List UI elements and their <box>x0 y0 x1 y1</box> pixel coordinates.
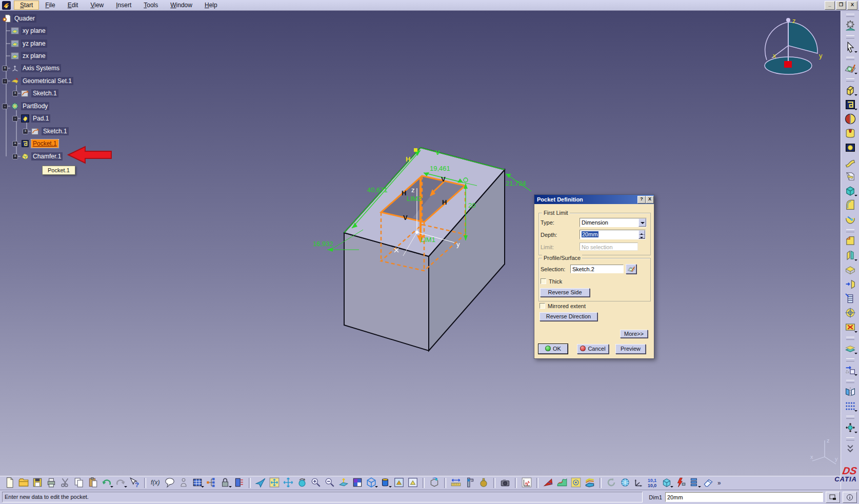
relations-button[interactable] <box>205 476 218 490</box>
depth-spinner[interactable] <box>638 230 645 239</box>
draft-analysis-button[interactable] <box>542 476 555 490</box>
menu-edit[interactable]: Edit <box>62 1 85 10</box>
toolbar-grip[interactable] <box>846 14 854 17</box>
tree-item-sketch-1[interactable]: +Sketch.1 <box>0 126 138 136</box>
tree-item-pocket-1[interactable]: +Pocket.1 <box>0 138 138 149</box>
rotate-3d-button[interactable] <box>618 476 632 490</box>
groove-button[interactable] <box>843 127 857 141</box>
formula-button[interactable]: f(x) <box>149 476 163 490</box>
toolbar-grip[interactable] <box>846 35 854 38</box>
swap-visible-space-button[interactable] <box>406 476 419 490</box>
split-button[interactable] <box>843 342 857 356</box>
isometric-view-button[interactable] <box>365 476 378 490</box>
expand-icon[interactable]: + <box>12 141 18 147</box>
toolbar-grip[interactable] <box>846 416 854 419</box>
sketch-selector-button[interactable] <box>626 264 636 274</box>
type-dropdown[interactable]: Dimension <box>580 218 647 227</box>
dialog-help-button[interactable]: ? <box>637 196 646 204</box>
type-dropdown-arrow-icon[interactable] <box>638 218 646 227</box>
tree-item-axis-systems[interactable]: +Axis Systems <box>0 63 138 73</box>
tree-item-label[interactable]: Chamfer.1 <box>31 152 63 160</box>
fit-all-in-button[interactable] <box>268 476 281 490</box>
collapse-icon[interactable]: - <box>12 116 18 122</box>
snap-grid-button[interactable]: 10,110,0 <box>646 476 660 490</box>
cancel-button[interactable]: Cancel <box>577 344 609 354</box>
status-resize-button[interactable] <box>826 492 840 503</box>
thick-checkbox[interactable] <box>541 278 546 284</box>
doc-info-button[interactable] <box>843 492 857 503</box>
toolbar-grip[interactable] <box>846 337 854 340</box>
draft-angle-button[interactable] <box>843 249 857 263</box>
dim-input[interactable] <box>665 492 823 502</box>
depth-input[interactable]: 20mm <box>580 230 646 239</box>
tree-item-label[interactable]: yz plane <box>21 39 47 48</box>
selection-input[interactable]: Sketch.2 <box>570 265 624 273</box>
tree-item-yz-plane[interactable]: yz plane <box>0 38 138 49</box>
thickness-button[interactable] <box>843 277 857 292</box>
hide-show-button[interactable] <box>392 476 406 490</box>
rib-button[interactable] <box>843 155 857 170</box>
fly-mode-button[interactable] <box>254 476 267 490</box>
catalog-button[interactable] <box>674 476 687 490</box>
hole-button[interactable] <box>843 141 857 155</box>
expand-icon[interactable]: + <box>23 129 28 134</box>
minimize-icon[interactable]: _ <box>825 1 835 10</box>
surface-analysis-button[interactable] <box>555 476 569 490</box>
histogram-button[interactable] <box>520 476 533 490</box>
new-file-button[interactable] <box>3 476 16 490</box>
whats-this-button[interactable]: ? <box>128 476 141 490</box>
dialog-titlebar[interactable]: Pocket Definition <box>534 195 654 204</box>
curvature-analysis-button[interactable] <box>569 476 583 490</box>
tree-item-label[interactable]: Sketch.1 <box>31 89 58 97</box>
remove-face-button[interactable] <box>843 320 857 335</box>
copy-button[interactable] <box>72 476 86 490</box>
sketcher-button[interactable] <box>843 62 857 76</box>
rotate-view-button[interactable] <box>295 476 309 490</box>
select-button[interactable] <box>843 41 857 55</box>
zoom-out-button[interactable] <box>323 476 336 490</box>
multi-view-button[interactable] <box>351 476 364 490</box>
redo-button[interactable] <box>114 476 127 490</box>
tree-item-label[interactable]: PartBody <box>21 102 49 110</box>
menu-view[interactable]: View <box>84 1 110 10</box>
eraser-button[interactable] <box>702 476 715 490</box>
parameters-button[interactable] <box>177 476 190 490</box>
tree-item-label[interactable]: Pad.1 <box>31 114 50 123</box>
toolbar-more-button[interactable] <box>843 442 857 457</box>
menu-file[interactable]: File <box>39 1 61 10</box>
close-icon[interactable]: X <box>847 1 857 10</box>
zoom-in-button[interactable] <box>309 476 323 490</box>
ok-button[interactable]: OK <box>538 344 568 354</box>
toolbar-grip[interactable] <box>846 78 854 82</box>
part-design-workbench-button[interactable] <box>843 19 857 33</box>
measure-item-button[interactable] <box>463 476 476 490</box>
tree-item-label[interactable]: zx plane <box>21 52 47 60</box>
undo-button[interactable] <box>100 476 113 490</box>
open-file-button[interactable] <box>17 476 30 490</box>
paste-button[interactable] <box>86 476 99 490</box>
pan-button[interactable] <box>282 476 295 490</box>
print-button[interactable] <box>45 476 58 490</box>
tree-item-chamfer-1[interactable]: +Chamfer.1 <box>0 151 138 162</box>
menu-tools[interactable]: Tools <box>137 1 164 10</box>
chamfer-button[interactable] <box>843 234 857 249</box>
tree-item-zx-plane[interactable]: zx plane <box>0 51 138 61</box>
tree-item-label[interactable]: Axis Systems <box>21 64 61 72</box>
tree-item-label[interactable]: xy plane <box>21 27 47 35</box>
toolbar-grip[interactable] <box>846 437 854 440</box>
toolbar-grip[interactable] <box>846 57 854 60</box>
tree-item-label[interactable]: Sketch.1 <box>42 127 69 135</box>
tree-item-geometrical-set-1[interactable]: -Geometrical Set.1 <box>0 76 138 86</box>
circular-pattern-button[interactable] <box>843 306 857 320</box>
reverse-direction-button[interactable]: Reverse Direction <box>540 312 597 321</box>
menu-start[interactable]: Start <box>14 1 39 10</box>
menu-insert[interactable]: Insert <box>110 1 137 10</box>
tree-item-pad-1[interactable]: -Pad.1 <box>0 113 138 124</box>
update-all-button[interactable] <box>605 476 618 490</box>
normal-view-button[interactable] <box>337 476 350 490</box>
cut-button[interactable] <box>58 476 72 490</box>
scaling-button[interactable] <box>843 421 857 435</box>
scene-edit-button[interactable] <box>428 476 441 490</box>
toolbar-grip[interactable] <box>846 358 854 361</box>
preview-button[interactable]: Preview <box>615 344 646 354</box>
